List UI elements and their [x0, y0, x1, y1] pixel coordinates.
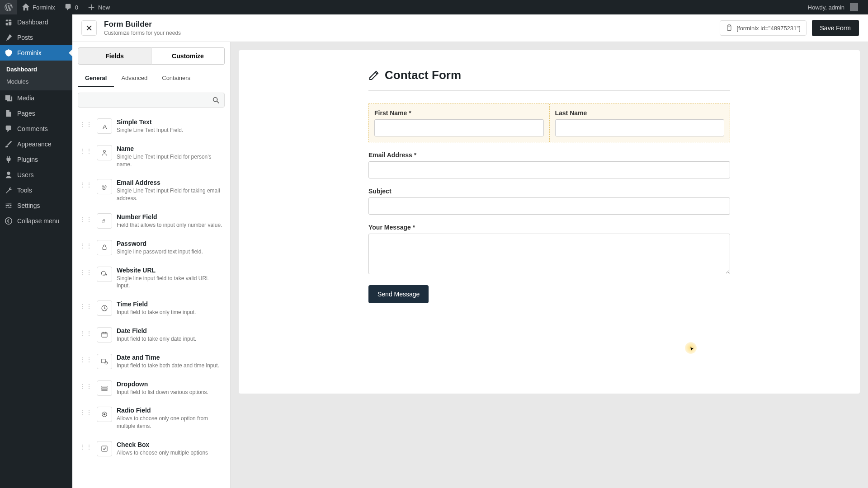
subtab-advanced[interactable]: Advanced — [114, 70, 155, 87]
home-icon — [22, 3, 30, 11]
main-area: Form Builder Customize forms for your ne… — [72, 14, 868, 488]
clipboard-icon — [726, 24, 733, 32]
save-button[interactable]: Save Form — [812, 20, 859, 36]
field-title: Radio Field — [117, 407, 223, 414]
menu-users[interactable]: Users — [0, 167, 72, 183]
submenu-dashboard[interactable]: Dashboard — [0, 63, 72, 75]
menu-appearance[interactable]: Appearance — [0, 136, 72, 152]
field-item-password[interactable]: ⋮⋮ Password Single line password text in… — [78, 235, 225, 261]
field-item-dropdown[interactable]: ⋮⋮ Dropdown Input field to list down var… — [78, 375, 225, 402]
input-firstname[interactable] — [374, 119, 544, 136]
drag-handle-icon: ⋮⋮ — [80, 213, 92, 222]
input-subject[interactable] — [368, 197, 730, 215]
howdy-link[interactable]: Howdy, admin — [803, 0, 863, 14]
plus-icon — [87, 3, 95, 11]
field-type-icon: @ — [97, 179, 112, 194]
field-title: Check Box — [117, 441, 208, 448]
field-item-number-field[interactable]: ⋮⋮ # Number Field Field that allows to i… — [78, 208, 225, 235]
menu-media[interactable]: Media — [0, 90, 72, 106]
field-title: Simple Text — [117, 118, 183, 126]
drag-handle-icon: ⋮⋮ — [80, 380, 92, 389]
new-link[interactable]: New — [83, 0, 114, 14]
svg-rect-11 — [102, 333, 107, 338]
field-item-email-address[interactable]: ⋮⋮ @ Email Address Single Line Text Inpu… — [78, 174, 225, 208]
input-email[interactable] — [368, 161, 730, 178]
media-icon — [5, 94, 13, 102]
menu-comments-label: Comments — [17, 125, 48, 132]
field-desc: Input field to take only date input. — [117, 335, 196, 343]
subtab-containers[interactable]: Containers — [155, 70, 198, 87]
svg-text:@: @ — [101, 184, 107, 190]
menu-tools[interactable]: Tools — [0, 183, 72, 198]
shortcode-copy[interactable]: [forminix id="48975231"] — [720, 20, 806, 36]
field-item-time-field[interactable]: ⋮⋮ Time Field Input field to take only t… — [78, 295, 225, 322]
menu-pages[interactable]: Pages — [0, 106, 72, 121]
drag-handle-icon: ⋮⋮ — [80, 354, 92, 363]
wordpress-icon — [5, 3, 13, 11]
label-firstname: First Name * — [374, 109, 544, 117]
svg-point-6 — [104, 150, 106, 153]
menu-collapse[interactable]: Collapse menu — [0, 213, 72, 229]
form-field-message[interactable]: Your Message * — [368, 224, 730, 276]
field-info: Dropdown Input field to list down variou… — [117, 380, 208, 396]
tab-customize[interactable]: Customize — [151, 47, 225, 65]
svg-rect-9 — [103, 247, 106, 249]
field-title: Email Address — [117, 179, 223, 186]
subtab-general[interactable]: General — [78, 70, 114, 87]
form-row-name[interactable]: First Name * Last Name — [368, 103, 730, 142]
field-type-icon — [97, 327, 112, 343]
svg-point-0 — [7, 172, 10, 175]
field-type-icon — [97, 240, 112, 255]
menu-settings[interactable]: Settings — [0, 198, 72, 213]
fields-list: ⋮⋮ A Simple Text Single Line Text Input … — [72, 113, 230, 488]
panel-tabs: Fields Customize — [72, 42, 230, 70]
field-desc: Single line password text input field. — [117, 248, 203, 256]
field-item-name[interactable]: ⋮⋮ Name Single Line Text Input Field for… — [78, 140, 225, 174]
form-field-email[interactable]: Email Address * — [368, 151, 730, 178]
field-desc: Single Line Text Input Field for taking … — [117, 187, 223, 202]
tab-fields[interactable]: Fields — [78, 47, 151, 65]
close-button[interactable] — [81, 20, 97, 36]
menu-posts[interactable]: Posts — [0, 30, 72, 45]
form-title[interactable]: Contact Form — [368, 68, 730, 91]
field-item-check-box[interactable]: ⋮⋮ Check Box Allows to choose only multi… — [78, 436, 225, 462]
field-item-website-url[interactable]: ⋮⋮ Website URL Single line input field t… — [78, 261, 225, 296]
field-type-icon — [97, 354, 112, 369]
input-lastname[interactable] — [555, 119, 725, 136]
site-name-link[interactable]: Forminix — [17, 0, 60, 14]
submit-button[interactable]: Send Message — [368, 285, 429, 303]
menu-settings-label: Settings — [17, 202, 40, 209]
svg-text:A: A — [103, 123, 107, 130]
label-subject: Subject — [368, 188, 730, 195]
field-item-date-and-time[interactable]: ⋮⋮ Date and Time Input field to take bot… — [78, 348, 225, 375]
svg-text:#: # — [102, 218, 105, 224]
page-title: Form Builder — [104, 20, 181, 29]
menu-forminix[interactable]: Forminix — [0, 45, 72, 61]
submenu-modules[interactable]: Modules — [0, 75, 72, 88]
menu-plugins[interactable]: Plugins — [0, 152, 72, 167]
field-title: Name — [117, 145, 223, 152]
drag-handle-icon: ⋮⋮ — [80, 240, 92, 249]
field-title: Time Field — [117, 300, 196, 308]
field-info: Website URL Single line input field to t… — [117, 267, 223, 290]
wp-sidebar: Dashboard Posts Forminix Dashboard Modul… — [0, 14, 72, 488]
field-item-date-field[interactable]: ⋮⋮ Date Field Input field to take only d… — [78, 322, 225, 348]
comments-link[interactable]: 0 — [60, 0, 83, 14]
field-type-icon: A — [97, 118, 112, 134]
menu-comments[interactable]: Comments — [0, 121, 72, 136]
search-input[interactable] — [78, 93, 225, 108]
field-item-simple-text[interactable]: ⋮⋮ A Simple Text Single Line Text Input … — [78, 113, 225, 140]
field-item-radio-field[interactable]: ⋮⋮ Radio Field Allows to choose only one… — [78, 401, 225, 436]
menu-dashboard[interactable]: Dashboard — [0, 14, 72, 30]
wp-logo[interactable] — [0, 0, 17, 14]
menu-appearance-label: Appearance — [17, 141, 52, 148]
input-message[interactable] — [368, 234, 730, 274]
search-icon — [212, 96, 220, 104]
field-title: Password — [117, 240, 203, 247]
drag-handle-icon: ⋮⋮ — [80, 145, 92, 154]
field-type-icon — [97, 441, 112, 456]
menu-media-label: Media — [17, 94, 34, 102]
comment-icon — [64, 3, 72, 11]
drag-handle-icon: ⋮⋮ — [80, 179, 92, 188]
form-field-subject[interactable]: Subject — [368, 188, 730, 215]
